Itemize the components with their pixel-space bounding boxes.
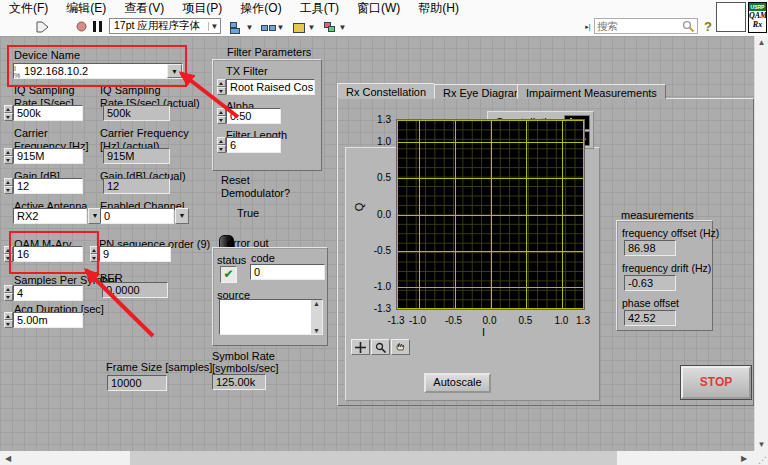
tab-impairment-measurements[interactable]: Impairment Measurements <box>517 84 666 99</box>
pn-order-input[interactable]: 9 <box>99 246 171 262</box>
distribute-objects-button[interactable]: ▼ <box>258 18 287 36</box>
frame-size-indicator: 10000 <box>107 375 167 391</box>
major-gridline-y <box>397 287 584 288</box>
symbol-rate-label-1: Symbol Rate <box>212 350 275 362</box>
menu-item-4[interactable]: 操作(O) <box>231 0 290 17</box>
tx-filter-value[interactable]: Root Raised Cos <box>226 79 315 95</box>
logo-rx-text: Rx <box>749 20 766 29</box>
menu-item-1[interactable]: 编辑(E) <box>57 0 115 17</box>
x-axis-label: I <box>482 326 485 338</box>
horizontal-scroll-thumb[interactable] <box>130 451 617 465</box>
symbol-rate-label-2: [symbols/sec] <box>212 362 279 374</box>
filter-length-input[interactable]: 6 <box>226 137 281 153</box>
iq-rate-input[interactable]: 500k <box>13 105 83 121</box>
y-tick-label: 1.0 <box>365 136 391 147</box>
iq-rate-actual-indicator: 500k <box>103 105 170 121</box>
search-icon <box>682 20 695 33</box>
acq-duration-stepper[interactable] <box>4 312 13 328</box>
abort-button[interactable] <box>74 19 88 34</box>
scroll-left-icon[interactable]: ◀ <box>2 454 14 463</box>
carrier-freq-label-1: Carrier <box>14 127 48 139</box>
chevron-down-icon: ▼ <box>306 23 317 32</box>
frame-size-label: Frame Size [samples] <box>106 361 212 373</box>
enabled-channel-dropdown-button[interactable]: ▼ <box>175 208 189 224</box>
error-code-value: 0 <box>250 264 325 280</box>
graph-zoom-tool-button[interactable] <box>371 339 390 355</box>
horizontal-scrollbar[interactable]: ◀ ▶ <box>0 451 754 465</box>
samples-per-symbol-stepper[interactable] <box>4 285 13 301</box>
menu-item-0[interactable]: 文件(F) <box>0 0 57 17</box>
major-gridline-y <box>397 120 584 121</box>
x-tick-label: 1.3 <box>568 315 598 326</box>
source-scrollbar[interactable]: ▲▼ <box>311 300 322 334</box>
constellation-plot-area[interactable] <box>396 119 585 310</box>
scroll-up-icon[interactable]: ▲ <box>755 38 768 47</box>
major-gridline-y <box>397 142 584 143</box>
phase-offset-indicator: 42.52 <box>624 310 676 326</box>
alpha-input[interactable]: 0.50 <box>226 108 281 124</box>
y-tick-label: 1.3 <box>365 114 391 125</box>
vi-icon-usrp-qam-rx[interactable]: USRP QAM Rx <box>748 2 767 33</box>
phase-offset-label: phase offset <box>622 297 679 309</box>
vertical-scrollbar[interactable]: ▲ ▼ <box>754 36 768 451</box>
y-tick-label: -0.5 <box>365 245 391 256</box>
active-antenna-value[interactable]: RX2 <box>13 208 87 224</box>
tx-filter-stepper[interactable] <box>217 79 226 95</box>
y-tick-label: -1.0 <box>365 281 391 292</box>
menu-item-3[interactable]: 项目(P) <box>173 0 231 17</box>
autoscale-button[interactable]: Autoscale <box>424 373 491 393</box>
x-tick-label: 0.5 <box>510 315 540 326</box>
scroll-down-icon[interactable]: ▼ <box>755 440 768 449</box>
menu-item-6[interactable]: 窗口(W) <box>348 0 409 17</box>
scroll-right-icon[interactable]: ▶ <box>738 454 750 463</box>
symbol-rate-indicator: 125.00k <box>212 374 266 390</box>
labview-front-panel-window: 文件(F)编辑(E)查看(V)项目(P)操作(O)工具(T)窗口(W)帮助(H)… <box>0 0 768 465</box>
menu-bar: 文件(F)编辑(E)查看(V)项目(P)操作(O)工具(T)窗口(W)帮助(H) <box>0 0 768 17</box>
tab-rx-constellation[interactable]: Rx Constellation <box>337 83 435 99</box>
acq-duration-input[interactable]: 5.00m <box>13 312 83 328</box>
filter-length-stepper[interactable] <box>217 137 226 153</box>
error-source-box: ▲▼ <box>219 299 323 335</box>
reset-demod-label-2: Demodulator? <box>221 187 290 199</box>
chevron-down-icon: ▼ <box>244 23 255 32</box>
window-resize-grip[interactable] <box>754 451 768 465</box>
menu-item-2[interactable]: 查看(V) <box>115 0 173 17</box>
menu-item-5[interactable]: 工具(T) <box>291 0 348 17</box>
font-selector[interactable]: 17pt 应用程序字体 ▼ <box>109 18 221 34</box>
graph-pan-tool-button[interactable] <box>391 339 410 355</box>
iq-rate-stepper[interactable] <box>4 105 13 121</box>
vi-icon-blank <box>716 2 746 32</box>
y-tick-label: 0.0 <box>365 209 391 220</box>
x-tick-label: 0.0 <box>475 315 505 326</box>
enabled-channel-value[interactable]: 0 <box>100 208 174 224</box>
carrier-freq-stepper[interactable] <box>4 148 13 164</box>
reorder-button[interactable]: ▼ <box>320 18 349 36</box>
major-gridline-y <box>397 178 584 179</box>
crosshair-icon <box>355 342 366 353</box>
freq-offset-indicator: 86.98 <box>624 240 676 256</box>
freq-drift-indicator: -0.63 <box>624 275 676 291</box>
carrier-freq-input[interactable]: 915M <box>13 148 83 164</box>
filter-parameters-title: Filter Parameters <box>227 46 311 58</box>
chevron-down-icon: ▼ <box>208 22 220 31</box>
reset-demod-label-1: Reset <box>221 174 250 186</box>
run-button[interactable] <box>34 19 50 34</box>
samples-per-symbol-input[interactable]: 4 <box>13 285 83 301</box>
search-context-button[interactable]: ▸| <box>584 19 592 34</box>
check-icon: ✔ <box>223 267 233 281</box>
help-button[interactable]: ? <box>701 19 715 34</box>
pause-button[interactable] <box>91 19 103 34</box>
gain-input[interactable]: 12 <box>13 178 83 194</box>
run-arrow-icon <box>36 21 49 33</box>
align-objects-button[interactable]: ▼ <box>227 18 256 36</box>
alpha-stepper[interactable] <box>217 108 226 124</box>
gain-stepper[interactable] <box>4 178 13 194</box>
resize-objects-button[interactable]: ▼ <box>289 18 318 36</box>
error-status-label: status <box>217 254 246 266</box>
graph-cursor-tool-button[interactable] <box>351 339 370 355</box>
search-input[interactable] <box>595 19 682 33</box>
gain-actual-indicator: 12 <box>103 178 170 194</box>
error-code-label: code <box>251 252 275 264</box>
stop-button[interactable]: STOP <box>681 366 751 399</box>
menu-item-7[interactable]: 帮助(H) <box>409 0 468 17</box>
